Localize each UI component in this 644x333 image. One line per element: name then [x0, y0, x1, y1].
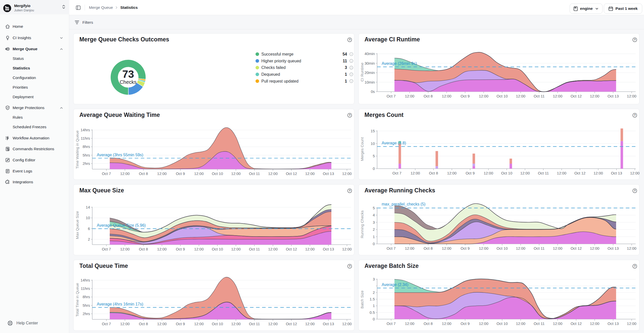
svg-text:12:00: 12:00 — [553, 321, 563, 326]
svg-text:Oct 13: Oct 13 — [323, 247, 334, 251]
svg-text:73: 73 — [122, 68, 134, 80]
svg-text:Oct 9: Oct 9 — [461, 246, 470, 250]
svg-text:Average (8.8): Average (8.8) — [382, 141, 406, 145]
svg-text:Oct 13: Oct 13 — [611, 171, 622, 175]
svg-text:Average (3hrs 55min 59s): Average (3hrs 55min 59s) — [97, 153, 143, 157]
svg-text:11: 11 — [343, 59, 347, 63]
svg-text:54: 54 — [342, 52, 347, 56]
svg-text:12:00: 12:00 — [194, 171, 204, 176]
svg-text:12:00: 12:00 — [305, 171, 315, 176]
svg-text:Checks failed: Checks failed — [261, 65, 286, 70]
svg-text:Oct 12: Oct 12 — [570, 94, 582, 98]
svg-text:Max Queue Size: Max Queue Size — [75, 211, 79, 239]
svg-text:Oct 10: Oct 10 — [497, 321, 508, 326]
svg-text:Oct 7: Oct 7 — [387, 321, 396, 326]
svg-text:Average (2.34): Average (2.34) — [382, 283, 408, 287]
svg-text:Running Checks: Running Checks — [360, 210, 364, 238]
svg-text:Oct 13: Oct 13 — [608, 94, 619, 98]
svg-text:12:00: 12:00 — [268, 171, 278, 176]
svg-text:12:00: 12:00 — [442, 94, 451, 98]
svg-text:12:00: 12:00 — [231, 247, 241, 251]
svg-text:12:00: 12:00 — [157, 171, 167, 176]
svg-text:Checks: Checks — [120, 79, 137, 85]
svg-text:12:00: 12:00 — [447, 171, 457, 175]
svg-text:5hrs: 5hrs — [83, 153, 90, 157]
svg-text:12:00: 12:00 — [520, 171, 530, 175]
svg-text:Average Queue Size (5.96): Average Queue Size (5.96) — [97, 223, 146, 227]
svg-text:8hrs: 8hrs — [83, 144, 90, 149]
svg-text:Oct 11: Oct 11 — [249, 322, 260, 326]
svg-text:Oct 7: Oct 7 — [387, 94, 396, 98]
svg-text:Oct 9: Oct 9 — [466, 171, 475, 175]
svg-text:30min: 30min — [364, 61, 375, 65]
svg-text:14hrs: 14hrs — [80, 278, 90, 282]
svg-text:Oct 12: Oct 12 — [570, 246, 582, 250]
svg-text:12:00: 12:00 — [516, 246, 525, 250]
svg-text:Oct 8: Oct 8 — [424, 321, 433, 326]
svg-text:8hrs: 8hrs — [83, 295, 90, 299]
svg-text:Oct 11: Oct 11 — [534, 246, 545, 250]
svg-text:1: 1 — [345, 79, 347, 83]
svg-text:1: 1 — [345, 72, 347, 76]
svg-text:12:00: 12:00 — [157, 247, 167, 251]
svg-text:1.5: 1.5 — [370, 297, 375, 301]
svg-text:12:00: 12:00 — [516, 321, 525, 326]
svg-text:12:00: 12:00 — [590, 246, 600, 250]
svg-text:max_parallel_checks (5): max_parallel_checks (5) — [382, 202, 425, 207]
svg-text:14hrs: 14hrs — [80, 128, 90, 132]
svg-text:12:00: 12:00 — [231, 322, 241, 326]
svg-text:Oct 8: Oct 8 — [139, 247, 148, 251]
svg-text:Oct 8: Oct 8 — [424, 246, 433, 250]
svg-text:2: 2 — [373, 290, 375, 295]
svg-text:3: 3 — [345, 65, 347, 70]
svg-text:5: 5 — [373, 206, 375, 210]
svg-text:Oct 9: Oct 9 — [176, 247, 185, 251]
svg-text:12:00: 12:00 — [305, 247, 315, 251]
svg-text:2hrs: 2hrs — [83, 161, 90, 166]
svg-text:i: i — [351, 73, 352, 76]
svg-text:12:00: 12:00 — [627, 246, 636, 250]
svg-text:Oct 9: Oct 9 — [176, 171, 185, 176]
svg-text:12:00: 12:00 — [342, 322, 352, 326]
svg-text:2hrs: 2hrs — [83, 312, 90, 316]
svg-text:5: 5 — [373, 154, 375, 158]
svg-text:12:00: 12:00 — [405, 321, 415, 326]
svg-text:10: 10 — [371, 141, 375, 146]
svg-text:i: i — [351, 60, 352, 62]
svg-text:12:00: 12:00 — [553, 94, 563, 98]
svg-text:12:00: 12:00 — [516, 94, 525, 98]
svg-text:Oct 13: Oct 13 — [608, 246, 619, 250]
svg-text:Total Time in Queue: Total Time in Queue — [75, 283, 79, 317]
svg-text:12:00: 12:00 — [120, 247, 130, 251]
svg-text:Oct 10: Oct 10 — [501, 171, 512, 175]
svg-text:Oct 8: Oct 8 — [424, 94, 433, 98]
svg-text:Oct 10: Oct 10 — [212, 247, 223, 251]
svg-text:Oct 11: Oct 11 — [249, 171, 260, 176]
svg-text:Oct 11: Oct 11 — [534, 321, 545, 326]
svg-text:Oct 13: Oct 13 — [323, 171, 334, 176]
svg-text:Oct 7: Oct 7 — [393, 171, 402, 175]
svg-text:Oct 7: Oct 7 — [387, 246, 396, 250]
svg-text:0.5: 0.5 — [370, 310, 375, 315]
svg-text:Higher priority queued: Higher priority queued — [261, 59, 301, 63]
svg-text:40min: 40min — [364, 52, 375, 56]
svg-text:5hrs: 5hrs — [83, 303, 90, 308]
svg-text:12:00: 12:00 — [120, 322, 130, 326]
svg-text:12:00: 12:00 — [627, 321, 636, 326]
svg-text:12:00: 12:00 — [593, 171, 603, 175]
svg-text:12:00: 12:00 — [479, 246, 489, 250]
svg-text:Oct 11: Oct 11 — [249, 247, 260, 251]
svg-text:6: 6 — [88, 226, 90, 231]
svg-text:1: 1 — [373, 303, 375, 308]
svg-text:0s: 0s — [371, 89, 375, 94]
svg-text:12:00: 12:00 — [630, 171, 640, 175]
svg-text:Pull request updated: Pull request updated — [261, 79, 298, 83]
svg-text:12:00: 12:00 — [305, 322, 315, 326]
svg-text:Oct 10: Oct 10 — [497, 94, 508, 98]
svg-text:14: 14 — [86, 205, 90, 209]
svg-text:2: 2 — [373, 227, 375, 232]
svg-text:12:00: 12:00 — [157, 322, 167, 326]
svg-text:Oct 12: Oct 12 — [286, 247, 297, 251]
svg-text:11hrs: 11hrs — [81, 286, 90, 291]
svg-text:i: i — [351, 80, 352, 83]
